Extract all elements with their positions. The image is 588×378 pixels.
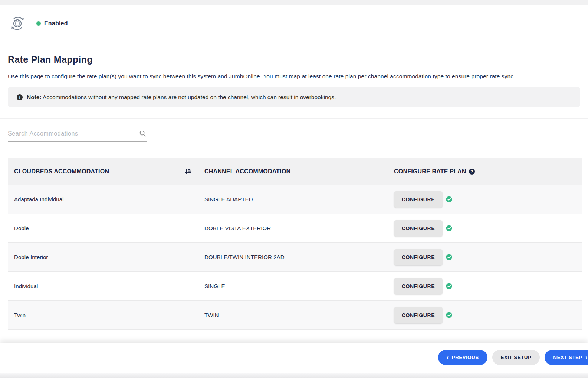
- status-dot-icon: [36, 21, 41, 26]
- exit-setup-button[interactable]: EXIT SETUP: [492, 350, 540, 365]
- configure-rate-plan-cell: CONFIGURE: [388, 272, 582, 301]
- column-header-cloudbeds-accommodation: CLOUDBEDS ACCOMMODATION: [8, 158, 198, 185]
- table-header-row: CLOUDBEDS ACCOMMODATION: [8, 158, 582, 185]
- top-strip: [0, 0, 588, 5]
- column-header-channel-accommodation: CHANNEL ACCOMMODATION: [198, 158, 388, 185]
- search-input[interactable]: [8, 130, 127, 137]
- section-divider: [0, 118, 588, 119]
- cloudbeds-accommodation-cell: Individual: [8, 272, 198, 301]
- page-description: Use this page to configure the rate plan…: [8, 72, 569, 81]
- channel-header: Enabled: [0, 5, 588, 42]
- note-text: Accommodations without any mapped rate p…: [43, 94, 336, 100]
- channel-accommodation-label: SINGLE: [204, 283, 225, 289]
- configure-button[interactable]: CONFIGURE: [394, 191, 443, 208]
- previous-button-label: PREVIOUS: [452, 355, 479, 360]
- sort-icon[interactable]: [184, 167, 192, 175]
- configure-rate-plan-cell: CONFIGURE: [388, 301, 582, 330]
- configure-button[interactable]: CONFIGURE: [394, 278, 443, 294]
- mapped-check-icon: [446, 312, 452, 318]
- mapped-check-icon: [446, 196, 452, 202]
- channel-accommodation-label: TWIN: [204, 312, 219, 318]
- cloudbeds-accommodation-label: Doble Interior: [14, 254, 48, 260]
- table-row: Doble DOBLE VISTA EXTERIOR CONFIGURE: [8, 214, 582, 243]
- rate-plan-mapping-page: Rate Plan Mapping Use this page to confi…: [0, 54, 588, 330]
- chevron-left-icon: ‹: [447, 354, 449, 361]
- previous-button[interactable]: ‹ PREVIOUS: [438, 350, 487, 365]
- status-badge: Enabled: [36, 20, 68, 27]
- cloudbeds-accommodation-cell: Doble: [8, 214, 198, 243]
- configure-rate-plan-cell: CONFIGURE: [388, 214, 582, 243]
- rate-plan-mapping-table: CLOUDBEDS ACCOMMODATION: [8, 158, 582, 330]
- cloudbeds-accommodation-label: Adaptada Individual: [14, 196, 64, 202]
- configure-button[interactable]: CONFIGURE: [394, 220, 443, 237]
- table-row: Individual SINGLE CONFIGURE: [8, 272, 582, 301]
- info-icon: i: [17, 94, 23, 100]
- column-header-label: CLOUDBEDS ACCOMMODATION: [14, 168, 109, 175]
- cloudbeds-accommodation-label: Doble: [14, 225, 29, 231]
- channel-accommodation-cell: DOUBLE/TWIN INTERIOR 2AD: [198, 243, 388, 272]
- globe-sync-icon: [9, 15, 26, 32]
- search-icon[interactable]: [139, 130, 146, 137]
- next-step-button-label: NEXT STEP: [553, 355, 582, 360]
- channel-accommodation-cell: TWIN: [198, 301, 388, 330]
- note-label: Note:: [27, 94, 42, 100]
- mapped-check-icon: [446, 225, 452, 231]
- channel-accommodation-cell: SINGLE: [198, 272, 388, 301]
- status-label: Enabled: [44, 20, 68, 27]
- configure-rate-plan-cell: CONFIGURE: [388, 243, 582, 272]
- table-body: Adaptada Individual SINGLE ADAPTED CONFI…: [8, 185, 582, 330]
- table-row: Adaptada Individual SINGLE ADAPTED CONFI…: [8, 185, 582, 214]
- channel-accommodation-cell: DOBLE VISTA EXTERIOR: [198, 214, 388, 243]
- configure-button[interactable]: CONFIGURE: [394, 307, 443, 323]
- channel-accommodation-label: SINGLE ADAPTED: [204, 196, 253, 202]
- exit-setup-button-label: EXIT SETUP: [501, 355, 532, 360]
- configure-button[interactable]: CONFIGURE: [394, 249, 443, 265]
- bottom-strip: [0, 373, 588, 378]
- cloudbeds-accommodation-cell: Adaptada Individual: [8, 185, 198, 214]
- column-header-label: CONFIGURE RATE PLAN: [394, 168, 466, 175]
- channel-accommodation-label: DOUBLE/TWIN INTERIOR 2AD: [204, 254, 285, 260]
- mapped-check-icon: [446, 254, 452, 260]
- next-step-button[interactable]: NEXT STEP ›: [545, 350, 588, 365]
- note-box: i Note: Accommodations without any mappe…: [8, 87, 580, 107]
- search-field[interactable]: [8, 130, 147, 142]
- setup-footer: ‹ PREVIOUS EXIT SETUP NEXT STEP ›: [0, 343, 588, 378]
- cloudbeds-accommodation-label: Twin: [14, 312, 26, 318]
- chevron-right-icon: ›: [585, 354, 588, 361]
- cloudbeds-accommodation-cell: Twin: [8, 301, 198, 330]
- channel-accommodation-label: DOBLE VISTA EXTERIOR: [204, 225, 271, 231]
- table-row: Twin TWIN CONFIGURE: [8, 301, 582, 330]
- cloudbeds-accommodation-cell: Doble Interior: [8, 243, 198, 272]
- channel-accommodation-cell: SINGLE ADAPTED: [198, 185, 388, 214]
- column-header-label: CHANNEL ACCOMMODATION: [204, 168, 290, 175]
- help-icon[interactable]: ?: [469, 169, 475, 175]
- cloudbeds-accommodation-label: Individual: [14, 283, 38, 289]
- configure-rate-plan-cell: CONFIGURE: [388, 185, 582, 214]
- column-header-configure-rate-plan: CONFIGURE RATE PLAN ?: [388, 158, 582, 185]
- mapped-check-icon: [446, 283, 452, 289]
- page-title: Rate Plan Mapping: [8, 54, 580, 65]
- table-row: Doble Interior DOUBLE/TWIN INTERIOR 2AD …: [8, 243, 582, 272]
